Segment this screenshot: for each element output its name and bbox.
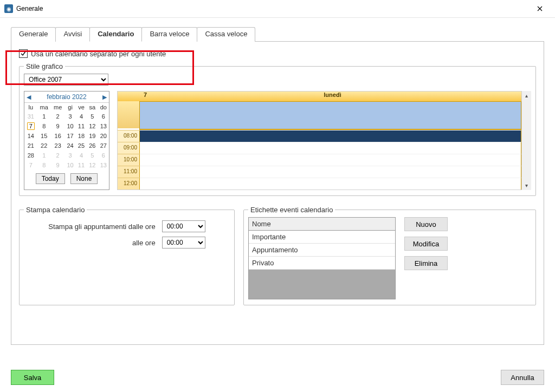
label-list-item[interactable]: Importante [249, 231, 395, 244]
calendar-day[interactable]: 5 [87, 112, 98, 121]
calendar-day[interactable]: 28 [24, 151, 37, 160]
calendar-day[interactable]: 5 [87, 151, 98, 160]
calendar-day[interactable]: 2 [51, 151, 64, 160]
calendar-day[interactable]: 26 [87, 141, 98, 151]
weekday-header: me [51, 103, 64, 112]
calendar-day[interactable]: 24 [64, 141, 75, 151]
calendar-day[interactable]: 4 [76, 151, 87, 160]
none-button[interactable]: None [70, 173, 98, 184]
weekday-header: ve [76, 103, 87, 112]
month-title[interactable]: febbraio 2022 [47, 93, 86, 101]
time-label: 09:00 [118, 142, 139, 154]
calendar-day[interactable]: 1 [37, 112, 51, 121]
tab-avvisi[interactable]: Avvisi [55, 27, 90, 42]
calendar-day[interactable]: 18 [76, 131, 87, 141]
calendar-day[interactable]: 15 [37, 131, 51, 141]
calendar-day[interactable]: 12 [87, 160, 98, 170]
calendar-day[interactable]: 13 [98, 160, 109, 170]
style-combo[interactable]: Office 2007 [24, 74, 108, 86]
time-slot[interactable] [139, 178, 521, 190]
day-name: lunedì [144, 92, 521, 98]
scroll-down-icon[interactable]: ▾ [522, 181, 531, 190]
cancel-button[interactable]: Annulla [501, 370, 544, 385]
prev-month-button[interactable]: ◀ [27, 94, 31, 101]
separate-calendar-checkbox[interactable] [19, 49, 28, 58]
calendar-day[interactable]: 20 [98, 131, 109, 141]
calendar-day[interactable]: 1 [37, 151, 51, 160]
delete-label-button[interactable]: Elimina [404, 256, 448, 270]
client-area: GeneraleAvvisiCalendarioBarra veloceCass… [0, 18, 555, 392]
time-ruler: 08:0009:0010:0011:0012:00 [118, 130, 139, 190]
calendar-day[interactable]: 12 [87, 121, 98, 131]
calendar-day[interactable]: 8 [37, 121, 51, 131]
print-legend: Stampa calendario [24, 206, 87, 214]
calendar-day[interactable]: 9 [51, 160, 64, 170]
separate-calendar-label: Usa un calendario separato per ogni uten… [31, 50, 166, 58]
calendar-day[interactable]: 11 [76, 160, 87, 170]
tab-cassa-veloce[interactable]: Cassa veloce [197, 27, 255, 42]
time-label: 08:00 [118, 130, 139, 142]
scroll-up-icon[interactable]: ▴ [522, 91, 531, 100]
calendar-day[interactable]: 22 [37, 141, 51, 151]
time-slots[interactable] [139, 130, 521, 190]
print-to-combo[interactable]: 00:00 [162, 237, 205, 249]
calendar-day[interactable]: 10 [64, 160, 75, 170]
title-bar: ◉ Generale [0, 0, 555, 18]
time-slot[interactable] [139, 154, 521, 166]
time-label: 11:00 [118, 166, 139, 178]
calendar-day[interactable]: 27 [98, 141, 109, 151]
calendar-day[interactable]: 13 [98, 121, 109, 131]
labels-listbox[interactable]: Nome ImportanteAppuntamentoPrivato [248, 217, 396, 299]
calendar-day[interactable]: 25 [76, 141, 87, 151]
save-button[interactable]: Salva [11, 370, 54, 385]
print-to-label: alle ore [24, 239, 156, 247]
calendar-day[interactable]: 6 [98, 112, 109, 121]
tab-generale[interactable]: Generale [11, 27, 56, 42]
calendar-day[interactable]: 11 [76, 121, 87, 131]
tab-panel-calendario: Usa un calendario separato per ogni uten… [11, 42, 544, 345]
calendar-day[interactable]: 3 [64, 112, 75, 121]
label-list-item[interactable]: Appuntamento [249, 244, 395, 257]
month-calendar[interactable]: ◀ febbraio 2022 ▶ lumamegivesado 3112345… [24, 91, 109, 190]
tab-calendario[interactable]: Calendario [89, 27, 142, 42]
day-view: 7 lunedì 08:0009:0010:0011:0012:00 [117, 91, 531, 190]
calendar-day[interactable]: 10 [64, 121, 75, 131]
all-day-area[interactable] [139, 102, 521, 130]
calendar-day[interactable]: 7 [24, 160, 37, 170]
weekday-header: lu [24, 103, 37, 112]
day-number: 7 [118, 92, 144, 98]
time-slot[interactable] [139, 166, 521, 178]
calendar-day[interactable]: 7 [24, 121, 37, 131]
calendar-day[interactable]: 16 [51, 131, 64, 141]
calendar-day[interactable]: 14 [24, 131, 37, 141]
labels-legend: Etichette eventi calendario [248, 206, 335, 214]
calendar-day[interactable]: 19 [87, 131, 98, 141]
day-view-inner[interactable]: 7 lunedì 08:0009:0010:0011:0012:00 [117, 91, 522, 190]
calendar-day[interactable]: 31 [24, 112, 37, 121]
calendar-day[interactable]: 6 [98, 151, 109, 160]
print-from-combo[interactable]: 00:00 [162, 220, 205, 232]
label-list-item[interactable]: Privato [249, 257, 395, 270]
calendar-day[interactable]: 9 [51, 121, 64, 131]
next-month-button[interactable]: ▶ [102, 94, 107, 101]
window-title: Generale [16, 5, 529, 12]
new-label-button[interactable]: Nuovo [404, 217, 448, 231]
tab-barra-veloce[interactable]: Barra veloce [141, 27, 197, 42]
calendar-day[interactable]: 4 [76, 112, 87, 121]
time-slot[interactable] [139, 142, 521, 154]
labels-column-header: Nome [249, 218, 395, 231]
calendar-day[interactable]: 3 [64, 151, 75, 160]
day-header: 7 lunedì [118, 92, 521, 102]
edit-label-button[interactable]: Modifica [404, 237, 448, 251]
day-scrollbar[interactable]: ▴ ▾ [522, 91, 531, 190]
calendar-day[interactable]: 21 [24, 141, 37, 151]
close-button[interactable] [529, 0, 551, 17]
today-button[interactable]: Today [36, 173, 65, 184]
calendar-day[interactable]: 17 [64, 131, 75, 141]
calendar-day[interactable]: 8 [37, 160, 51, 170]
time-slot[interactable] [139, 130, 521, 142]
calendar-day[interactable]: 2 [51, 112, 64, 121]
style-fieldset: Stile grafico Office 2007 ◀ febbraio 202… [19, 62, 536, 196]
app-icon: ◉ [4, 4, 13, 13]
calendar-day[interactable]: 23 [51, 141, 64, 151]
